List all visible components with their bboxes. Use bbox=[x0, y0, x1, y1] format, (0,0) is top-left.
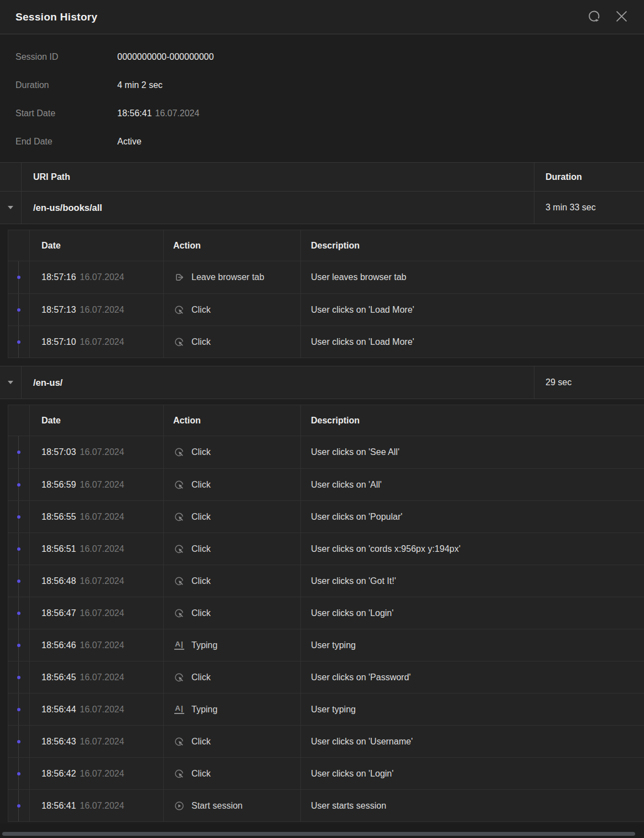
event-date-cell: 18:57:16 16.07.2024 bbox=[29, 261, 163, 293]
click-icon bbox=[173, 479, 185, 491]
events-rows: 18:57:16 16.07.2024 Leave browser tab Us… bbox=[8, 261, 644, 358]
event-description: User clicks on 'cords x:956px y:194px' bbox=[300, 533, 644, 565]
event-timeline bbox=[8, 326, 29, 358]
event-action-cell: Click bbox=[163, 326, 300, 358]
event-timeline bbox=[8, 501, 29, 532]
uri-group-row[interactable]: /en-us/ 29 sec bbox=[0, 366, 644, 399]
event-timeline bbox=[8, 261, 29, 293]
event-timeline bbox=[8, 694, 29, 725]
event-action-cell: Click bbox=[163, 469, 300, 500]
event-row: 18:57:03 16.07.2024 Click User clicks on… bbox=[8, 436, 644, 468]
event-row: 18:57:10 16.07.2024 Click User clicks on… bbox=[8, 325, 644, 358]
event-row: 18:56:59 16.07.2024 Click User clicks on… bbox=[8, 468, 644, 500]
event-date-cell: 18:56:41 16.07.2024 bbox=[29, 790, 163, 821]
event-action-label: Click bbox=[191, 447, 211, 457]
event-description: User clicks on 'See All' bbox=[300, 436, 644, 468]
event-time: 18:56:51 bbox=[41, 544, 76, 554]
session-id-value: 0000000000-000000000 bbox=[117, 52, 644, 62]
collapse-chevron-icon[interactable] bbox=[8, 381, 13, 384]
refresh-button[interactable] bbox=[586, 9, 601, 25]
event-time: 18:57:10 bbox=[41, 337, 76, 347]
click-icon bbox=[173, 607, 185, 619]
typing-icon: A| bbox=[173, 639, 185, 651]
event-action-label: Click bbox=[191, 769, 211, 779]
event-action-cell: Click bbox=[163, 565, 300, 597]
uri-group: /en-us/ 29 sec Date Action Description 1… bbox=[0, 366, 644, 822]
event-description: User clicks on 'Username' bbox=[300, 726, 644, 757]
collapse-chevron-icon[interactable] bbox=[8, 206, 13, 209]
event-row: 18:56:46 16.07.2024 A| Typing User typin… bbox=[8, 629, 644, 661]
column-header-date: Date bbox=[41, 241, 61, 251]
event-time: 18:56:41 bbox=[41, 801, 76, 811]
group-duration: 29 sec bbox=[546, 377, 572, 387]
event-time: 18:56:55 bbox=[41, 512, 76, 522]
event-timeline bbox=[8, 565, 29, 597]
column-header-date: Date bbox=[41, 416, 61, 426]
event-date-cell: 18:56:42 16.07.2024 bbox=[29, 758, 163, 789]
event-action-cell: Start session bbox=[163, 790, 300, 821]
event-action-label: Click bbox=[191, 737, 211, 747]
close-button[interactable] bbox=[614, 8, 630, 26]
event-row: 18:57:16 16.07.2024 Leave browser tab Us… bbox=[8, 261, 644, 293]
event-date: 16.07.2024 bbox=[80, 737, 124, 747]
event-timeline bbox=[8, 533, 29, 565]
uri-table: URI Path Duration /en-us/books/all 3 min… bbox=[0, 162, 644, 822]
timeline-dot-icon bbox=[17, 515, 20, 519]
event-time: 18:57:16 bbox=[41, 272, 76, 282]
events-table: Date Action Description 18:57:16 16.07.2… bbox=[8, 230, 644, 358]
timeline-dot-icon bbox=[17, 772, 20, 775]
events-header-gutter bbox=[8, 230, 29, 261]
uri-path: /en-us/books/all bbox=[33, 203, 102, 213]
event-time: 18:56:45 bbox=[41, 673, 76, 682]
event-action-cell: Click bbox=[163, 758, 300, 789]
event-action-label: Click bbox=[191, 673, 211, 682]
event-action-label: Click bbox=[191, 512, 211, 522]
event-description: User clicks on 'Popular' bbox=[300, 501, 644, 532]
click-icon bbox=[173, 446, 185, 458]
event-date-cell: 18:57:13 16.07.2024 bbox=[29, 294, 163, 325]
groups: /en-us/books/all 3 min 33 sec Date Actio… bbox=[0, 191, 644, 822]
event-timeline bbox=[8, 726, 29, 757]
timeline-dot-icon bbox=[17, 276, 20, 279]
click-icon bbox=[173, 768, 185, 780]
event-date: 16.07.2024 bbox=[80, 576, 124, 586]
event-action-cell: Click bbox=[163, 294, 300, 325]
event-action-label: Click bbox=[191, 576, 211, 586]
event-action-label: Click bbox=[191, 305, 211, 315]
event-action-label: Click bbox=[191, 608, 211, 618]
timeline-dot-icon bbox=[17, 740, 20, 743]
event-timeline bbox=[8, 661, 29, 693]
event-action-cell: Click bbox=[163, 436, 300, 468]
event-date: 16.07.2024 bbox=[80, 673, 124, 682]
uri-path: /en-us/ bbox=[33, 377, 63, 388]
meta-row-start-date: Start Date 18:56:4116.07.2024 bbox=[0, 99, 644, 127]
column-header-duration: Duration bbox=[546, 172, 582, 182]
event-date: 16.07.2024 bbox=[80, 544, 124, 554]
meta-row-duration: Duration 4 min 2 sec bbox=[0, 71, 644, 99]
horizontal-scrollbar-thumb[interactable] bbox=[2, 832, 635, 836]
event-date-cell: 18:56:47 16.07.2024 bbox=[29, 597, 163, 629]
event-row: 18:56:42 16.07.2024 Click User clicks on… bbox=[8, 757, 644, 789]
event-date: 16.07.2024 bbox=[80, 272, 124, 282]
meta-row-session-id: Session ID 0000000000-000000000 bbox=[0, 43, 644, 71]
event-description: User typing bbox=[300, 629, 644, 661]
event-row: 18:56:44 16.07.2024 A| Typing User typin… bbox=[8, 693, 644, 725]
event-date-cell: 18:56:44 16.07.2024 bbox=[29, 694, 163, 725]
timeline-dot-icon bbox=[17, 612, 20, 615]
event-timeline bbox=[8, 294, 29, 325]
group-duration: 3 min 33 sec bbox=[546, 203, 596, 213]
timeline-dot-icon bbox=[17, 340, 20, 344]
typing-icon: A| bbox=[173, 703, 185, 716]
column-header-action: Action bbox=[173, 416, 201, 426]
event-date-cell: 18:56:48 16.07.2024 bbox=[29, 565, 163, 597]
event-time: 18:56:42 bbox=[41, 769, 76, 779]
event-action-cell: Click bbox=[163, 501, 300, 532]
event-action-cell: Click bbox=[163, 533, 300, 565]
refresh-icon bbox=[586, 9, 601, 25]
uri-table-header: URI Path Duration bbox=[0, 162, 644, 191]
event-date-cell: 18:56:45 16.07.2024 bbox=[29, 661, 163, 693]
start-date: 16.07.2024 bbox=[155, 108, 199, 118]
uri-table-header-spacer bbox=[0, 163, 21, 191]
uri-group-row[interactable]: /en-us/books/all 3 min 33 sec bbox=[0, 191, 644, 224]
event-time: 18:56:46 bbox=[41, 640, 76, 650]
